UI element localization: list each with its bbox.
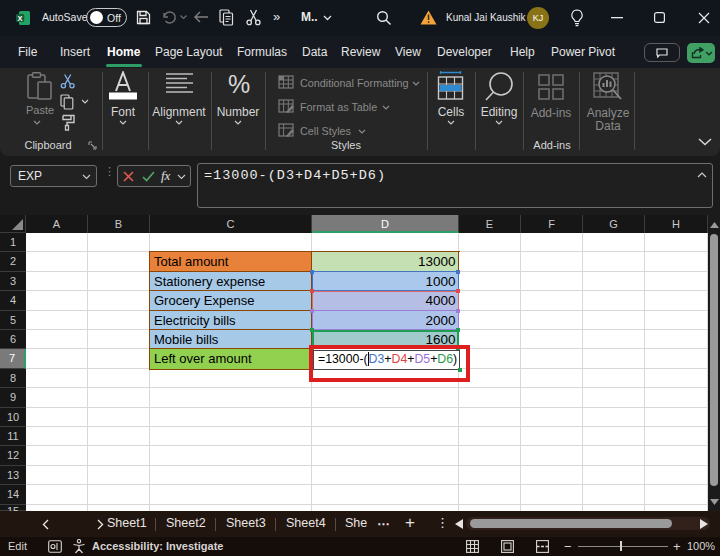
svg-text:X: X xyxy=(17,14,22,23)
